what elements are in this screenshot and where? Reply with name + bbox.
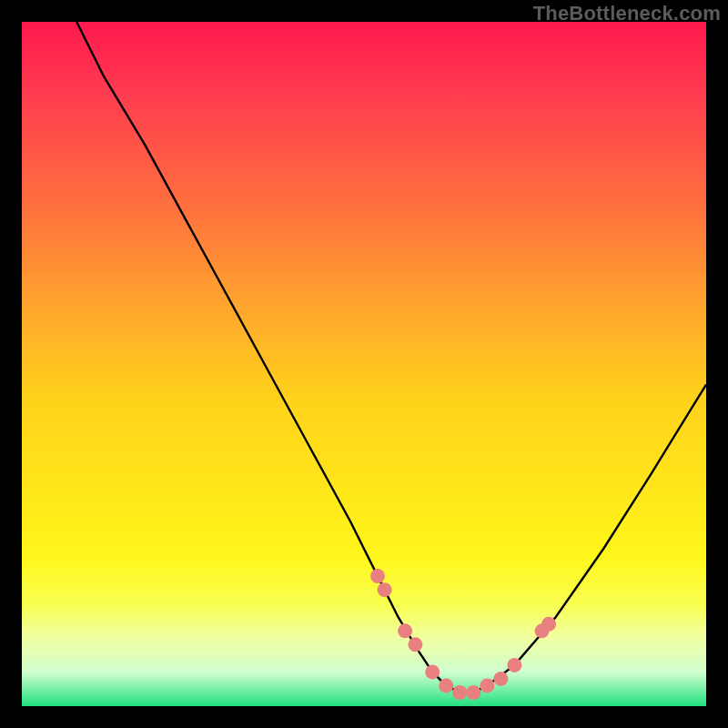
marker-point: [480, 678, 494, 693]
marker-point: [493, 672, 508, 686]
plot-area: [22, 22, 706, 706]
marker-point: [439, 678, 453, 693]
marker-point: [408, 637, 422, 652]
marker-point: [466, 685, 480, 700]
watermark-text: TheBottleneck.com: [533, 2, 721, 25]
marker-point: [452, 685, 467, 700]
marker-point: [507, 658, 521, 672]
marker-point: [398, 623, 412, 638]
marker-point: [541, 617, 556, 632]
highlight-points: [370, 569, 556, 700]
marker-point: [378, 582, 392, 597]
marker-point: [425, 664, 440, 679]
marker-point: [370, 569, 385, 583]
chart-frame: TheBottleneck.com: [0, 0, 728, 728]
chart-svg: [22, 22, 706, 706]
